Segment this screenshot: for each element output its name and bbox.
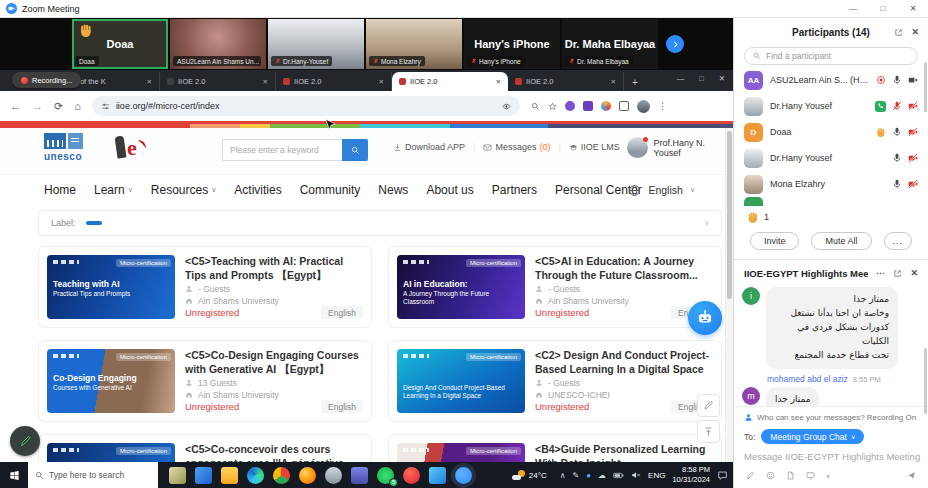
camera-off-icon[interactable] — [908, 127, 918, 137]
taskbar-app-icon[interactable] — [195, 467, 212, 484]
site-search-button[interactable] — [342, 139, 368, 161]
camera-off-icon[interactable] — [908, 179, 918, 189]
address-bar[interactable]: iioe.org/#/micro-cert/index — [92, 96, 520, 116]
participant-row[interactable] — [734, 197, 928, 206]
speaker-muted-icon[interactable] — [631, 470, 641, 480]
browser-close-button[interactable]: ✕ — [719, 74, 725, 83]
feedback-pencil-button[interactable] — [697, 394, 720, 417]
taskbar-app-icon[interactable] — [221, 467, 238, 484]
course-card[interactable]: Micro-certification AI in Education: A J… — [388, 246, 722, 328]
pen-icon[interactable]: ✎ — [573, 471, 580, 480]
action-center-icon[interactable] — [717, 470, 728, 481]
nav-item[interactable]: Learn∨ — [94, 183, 133, 197]
extension-icon-2[interactable] — [583, 101, 593, 111]
site-search-input[interactable] — [222, 139, 342, 161]
mic-icon[interactable] — [892, 75, 902, 85]
camera-off-icon[interactable] — [908, 101, 918, 111]
tab-close-icon[interactable]: ✕ — [496, 78, 501, 86]
camera-icon[interactable] — [908, 75, 918, 85]
nav-item[interactable]: Home∨ — [44, 183, 76, 197]
course-title[interactable]: <C5>Co-Design Engaging Courses with Gene… — [185, 349, 363, 375]
close-icon[interactable]: ✕ — [911, 27, 919, 37]
taskbar-search[interactable]: Type here to search — [28, 462, 158, 488]
participant-row[interactable]: Dr.Hany Yousef — [734, 93, 928, 119]
search-this-page-icon[interactable] — [531, 102, 540, 111]
mic-icon[interactable] — [892, 179, 902, 189]
taskbar-app-icon[interactable] — [403, 467, 420, 484]
extension-icon-3[interactable] — [601, 101, 611, 111]
camera-off-icon[interactable] — [908, 153, 918, 163]
course-title[interactable]: <C5>AI in Education: A Journey Through t… — [535, 255, 713, 281]
send-icon[interactable] — [907, 471, 916, 480]
tab-close-icon[interactable]: ✕ — [263, 78, 268, 86]
chat-messages[interactable]: i ممتاز جدا وخاصة ان احنا بدأنا نشتغل كد… — [734, 283, 928, 406]
video-tile[interactable]: Mona Elzahry — [366, 19, 462, 69]
video-tile[interactable]: Doaa Doaa — [72, 19, 168, 69]
course-title[interactable]: <C2> Design And Conduct Project-Based Le… — [535, 349, 713, 375]
attach-file-icon[interactable] — [786, 471, 795, 480]
course-card[interactable]: Micro-certification Teaching with AI Pra… — [38, 246, 372, 328]
eye-icon[interactable] — [502, 102, 511, 111]
iioe-lms-link[interactable]: IIOE LMS — [569, 142, 620, 152]
browser-menu-icon[interactable]: ⋮ — [658, 101, 667, 111]
format-icon[interactable] — [746, 471, 755, 480]
url-text[interactable]: iioe.org/#/micro-cert/index — [116, 101, 496, 111]
chat-recipient-dropdown[interactable]: Meeting Group Chat∨ — [761, 429, 864, 444]
taskbar-app-icon[interactable] — [273, 467, 290, 484]
chat-scrollbar[interactable] — [924, 348, 927, 414]
maximize-button[interactable]: □ — [868, 0, 898, 18]
messages-link[interactable]: Messages(0) — [483, 142, 550, 152]
forward-button[interactable]: → — [32, 101, 43, 112]
popout-icon[interactable] — [894, 28, 903, 37]
back-to-top-button[interactable] — [697, 420, 720, 443]
start-button[interactable] — [0, 462, 28, 488]
page-scrollbar[interactable] — [725, 128, 733, 462]
browser-maximize-button[interactable]: □ — [699, 74, 704, 83]
browser-tab[interactable]: IIOE 2.0 ✕ — [276, 72, 392, 91]
mute-all-button[interactable]: Mute All — [811, 232, 871, 250]
next-participants-button[interactable] — [666, 35, 684, 53]
taskbar-app-icon[interactable] — [325, 467, 342, 484]
video-tile[interactable]: Dr.Hany-Yousef — [268, 19, 364, 69]
bookmark-star-icon[interactable] — [548, 102, 557, 111]
popout-icon[interactable] — [893, 269, 902, 278]
nav-item[interactable]: Partners∨ — [492, 183, 537, 197]
reload-button[interactable]: ⟳ — [54, 101, 63, 112]
onedrive-cloud-icon[interactable]: ☁ — [598, 471, 606, 480]
browser-profile-avatar[interactable] — [637, 100, 650, 113]
close-icon[interactable]: ✕ — [910, 268, 918, 278]
course-title[interactable]: <C5>Co-concevoir des cours engageants av… — [185, 443, 363, 462]
video-tile[interactable]: Hany's iPhone Hany's iPhone — [464, 19, 560, 69]
nav-item[interactable]: About us∨ — [426, 183, 473, 197]
taskbar-app-icon[interactable]: 5 — [377, 467, 394, 484]
globe-icon[interactable] — [628, 184, 641, 197]
taskbar-app-icon[interactable] — [247, 467, 264, 484]
video-tile[interactable]: ASU2Learn Ain Shams Un... — [170, 19, 266, 69]
course-title[interactable]: <B4>Guide Personalized Learning With Dat… — [535, 443, 713, 462]
taskbar-app-icon[interactable] — [299, 467, 316, 484]
chat-menu-icon[interactable]: ⋯ — [876, 268, 886, 278]
mic-icon[interactable] — [892, 153, 902, 163]
nav-item[interactable]: Resources∨ — [151, 183, 216, 197]
browser-tab[interactable]: IIOE 2.0 ✕ — [392, 72, 508, 91]
invite-button[interactable]: Invite — [750, 232, 800, 250]
chat-input[interactable]: Message IIOE-EGYPT Highlights Meeting — [734, 444, 928, 462]
taskbar-app-icon[interactable] — [169, 467, 186, 484]
mic-muted-icon[interactable] — [892, 101, 902, 111]
course-title[interactable]: <C5>Teaching with AI: Practical Tips and… — [185, 255, 363, 281]
screenshot-icon[interactable] — [806, 471, 815, 480]
participant-row[interactable]: D Doaa — [734, 119, 928, 145]
participant-search[interactable]: Find a participant — [744, 47, 918, 65]
nav-item[interactable]: Activities∨ — [234, 183, 281, 197]
emoji-icon[interactable] — [766, 471, 775, 480]
extension-icon-1[interactable] — [565, 101, 575, 111]
language-selector[interactable]: English — [648, 184, 682, 196]
taskbar-app-icon[interactable] — [455, 467, 472, 484]
app-dot-icon[interactable]: ● — [586, 471, 591, 480]
filter-chip[interactable] — [86, 221, 102, 225]
nav-item[interactable]: Community∨ — [300, 183, 361, 197]
browser-tab[interactable]: IIOE 2.0 ✕ — [160, 72, 276, 91]
chevron-down-icon[interactable]: ∨ — [826, 472, 830, 479]
download-app-link[interactable]: Download APP — [393, 142, 465, 152]
tab-close-icon[interactable]: ✕ — [611, 78, 616, 86]
